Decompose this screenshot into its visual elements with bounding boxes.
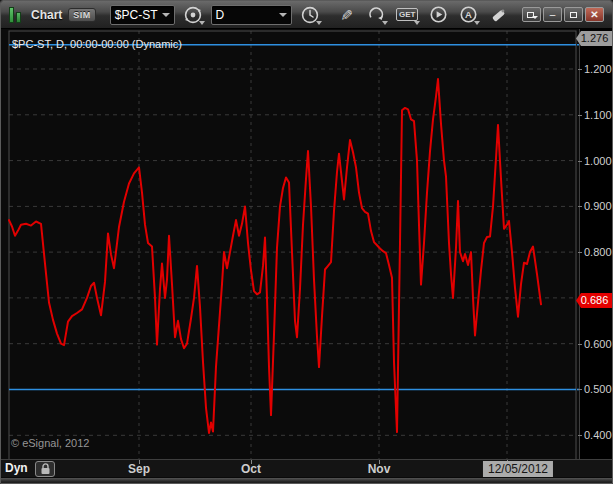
price-axis-label: 0.800 bbox=[584, 245, 612, 259]
price-axis-label: 0.600 bbox=[584, 337, 612, 351]
trend-tool-button[interactable] bbox=[364, 4, 388, 26]
eraser-tool-button[interactable] bbox=[486, 4, 510, 26]
price-axis-label: 1.200 bbox=[584, 62, 612, 76]
chevron-down-icon bbox=[382, 21, 388, 25]
interval-combobox[interactable]: D bbox=[211, 5, 293, 25]
price-axis[interactable]: 1.2001.1001.0000.9000.8000.7000.6000.500… bbox=[579, 29, 613, 459]
maximize-button[interactable] bbox=[564, 7, 583, 22]
maximize-icon bbox=[570, 12, 577, 18]
esignal-watermark: © eSignal, 2012 bbox=[11, 437, 89, 449]
eraser-icon bbox=[489, 6, 507, 24]
time-axis-label: Nov bbox=[368, 462, 391, 476]
lock-scale-button[interactable] bbox=[35, 461, 55, 477]
time-axis-label: Oct bbox=[241, 462, 261, 476]
svg-text:A: A bbox=[465, 9, 472, 20]
popout-window-button[interactable] bbox=[522, 7, 541, 22]
time-axis-label: Sep bbox=[128, 462, 150, 476]
chevron-down-icon bbox=[474, 21, 480, 25]
auto-trendline-button[interactable]: A bbox=[456, 4, 480, 26]
symbol-settings-button[interactable] bbox=[181, 4, 205, 26]
upper-line-value-badge: 1.276 bbox=[576, 31, 613, 46]
dynamic-mode-label: Dyn bbox=[5, 461, 28, 475]
padlock-icon bbox=[40, 463, 51, 475]
price-chart-plot[interactable] bbox=[1, 29, 613, 461]
price-axis-label: 0.500 bbox=[584, 382, 612, 396]
minimize-button[interactable]: – bbox=[543, 7, 562, 22]
price-axis-label: 0.900 bbox=[584, 199, 612, 213]
chevron-down-icon[interactable] bbox=[162, 13, 170, 17]
chevron-down-icon bbox=[414, 21, 420, 25]
chart-region: $PC-ST, D, 00:00-00:00 (Dynamic) © eSign… bbox=[1, 29, 612, 459]
get-icon: GET bbox=[396, 8, 418, 21]
sim-mode-badge: SIM bbox=[68, 8, 96, 22]
symbol-combobox[interactable]: $PC-ST bbox=[110, 5, 175, 25]
chevron-down-icon bbox=[316, 21, 322, 25]
minimize-icon: – bbox=[550, 10, 556, 20]
replay-button[interactable] bbox=[426, 4, 450, 26]
close-icon: ✕ bbox=[590, 10, 598, 20]
price-axis-label: 0.400 bbox=[584, 428, 612, 442]
draw-tool-button[interactable]: ✎ bbox=[334, 4, 358, 26]
last-price-badge: 0.686 bbox=[576, 293, 613, 308]
last-date-badge: 12/05/2012 bbox=[483, 461, 553, 477]
window-controls: – ✕ bbox=[522, 7, 604, 22]
symbol-value: $PC-ST bbox=[115, 8, 158, 22]
pencil-icon: ✎ bbox=[337, 8, 355, 21]
play-circle-icon bbox=[429, 5, 448, 24]
candlestick-chart-icon bbox=[9, 7, 21, 23]
price-axis-label: 1.100 bbox=[584, 108, 612, 122]
time-template-button[interactable] bbox=[298, 4, 322, 26]
chevron-down-icon bbox=[532, 16, 538, 19]
price-axis-label: 1.000 bbox=[584, 154, 612, 168]
window-resize-strip[interactable] bbox=[1, 477, 612, 483]
get-data-button[interactable]: GET bbox=[394, 4, 420, 26]
window-title: Chart bbox=[31, 8, 62, 22]
time-axis[interactable]: Dyn SepOctNov 12/05/2012 bbox=[1, 459, 612, 477]
chart-window: Chart SIM $PC-ST D bbox=[0, 0, 613, 484]
chart-series-label: $PC-ST, D, 00:00-00:00 (Dynamic) bbox=[12, 38, 182, 50]
interval-value: D bbox=[216, 8, 276, 22]
chevron-down-icon bbox=[199, 21, 205, 25]
price-line-series bbox=[9, 79, 541, 433]
chevron-down-icon[interactable] bbox=[279, 13, 287, 17]
titlebar[interactable]: Chart SIM $PC-ST D bbox=[1, 1, 612, 29]
close-button[interactable]: ✕ bbox=[585, 7, 604, 22]
